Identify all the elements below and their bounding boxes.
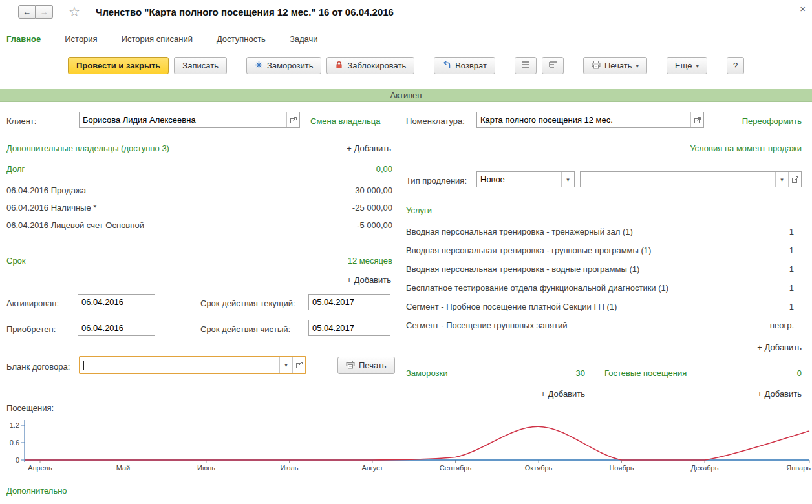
debt-row-name: 06.04.2016 Продажа <box>6 185 86 195</box>
visits-chart-title: Посещения: <box>6 403 54 413</box>
client-label: Клиент: <box>6 116 36 126</box>
block-button[interactable]: Заблокировать <box>326 57 414 74</box>
svg-text:Октябрь: Октябрь <box>525 464 553 472</box>
svg-text:Май: Май <box>116 464 131 472</box>
client-field[interactable] <box>79 112 300 128</box>
service-row-name: Вводная персональная тренировка - группо… <box>406 246 651 255</box>
renewal-dropdown-icon[interactable]: ▾ <box>561 172 574 187</box>
renewal-type-input[interactable] <box>477 172 561 187</box>
tree-icon <box>548 61 557 70</box>
debt-title[interactable]: Долг <box>6 164 25 174</box>
service-row-name: Сегмент - Пробное посещение платной Секц… <box>406 302 617 311</box>
block-button-label: Заблокировать <box>347 61 406 70</box>
renewal-type-combo[interactable]: ▾ <box>476 171 575 187</box>
valid-current-field[interactable] <box>308 294 390 310</box>
debt-row: 06.04.2016 Лицевой счет Основной-5 000,0… <box>6 216 392 234</box>
more-button-label: Еще <box>675 61 692 70</box>
refund-button-label: Возврат <box>455 61 487 70</box>
debt-row-value: -25 000,00 <box>352 203 392 213</box>
refund-button[interactable]: Возврат <box>434 57 495 74</box>
visits-chart: 00.61.2АпрельМайИюньИюльАвгустСентябрьОк… <box>0 414 812 478</box>
save-button[interactable]: Записать <box>174 57 227 74</box>
valid-net-label: Срок действия чистый: <box>200 324 290 334</box>
svg-text:Январь: Январь <box>786 464 811 472</box>
activated-label: Активирован: <box>6 299 59 308</box>
purchased-input[interactable] <box>78 320 155 335</box>
add-term-link[interactable]: + Добавить <box>347 275 391 285</box>
svg-text:0.6: 0.6 <box>10 439 19 446</box>
service-row-name: Сегмент - Посещение групповых занятий <box>406 320 567 330</box>
contract-print-label: Печать <box>359 361 387 370</box>
post-and-close-button[interactable]: Провести и закрыть <box>68 57 169 74</box>
renewal-extra-open-icon[interactable] <box>788 172 801 187</box>
list-view-button[interactable] <box>515 57 537 74</box>
contract-form-combo[interactable]: ▾ <box>79 356 306 374</box>
tab-main[interactable]: Главное <box>6 34 41 44</box>
svg-text:0: 0 <box>16 456 19 464</box>
guest-visits-title[interactable]: Гостевые посещения <box>604 368 687 378</box>
more-button[interactable]: Еще ▾ <box>667 57 707 74</box>
contract-open-icon[interactable] <box>292 357 305 373</box>
page-title: Членство "Карта полного посещения 12 мес… <box>96 6 394 17</box>
svg-text:Август: Август <box>361 464 383 472</box>
activated-field[interactable] <box>78 294 155 310</box>
activated-input[interactable] <box>78 295 155 310</box>
print-menu-button[interactable]: Печать ▾ <box>583 57 647 74</box>
sale-conditions-link[interactable]: Условия на момент продажи <box>690 143 802 153</box>
client-input[interactable] <box>80 112 286 127</box>
status-text: Активен <box>390 90 422 100</box>
debt-row-name: 06.04.2016 Лицевой счет Основной <box>6 220 144 230</box>
freezes-title[interactable]: Заморозки <box>406 368 447 378</box>
tree-view-button[interactable] <box>542 57 564 74</box>
forward-button[interactable]: → <box>36 5 53 19</box>
service-row-name: Бесплатное тестирование отдела функциона… <box>406 283 668 293</box>
close-icon[interactable]: × <box>800 3 806 14</box>
tab-availability[interactable]: Доступность <box>217 34 266 44</box>
service-row: Сегмент - Посещение групповых занятийнео… <box>406 316 794 335</box>
additional-owners-title[interactable]: Дополнительные владельцы (доступно 3) <box>6 143 169 153</box>
valid-current-input[interactable] <box>309 295 390 310</box>
add-service-link[interactable]: + Добавить <box>757 342 802 352</box>
services-title[interactable]: Услуги <box>406 205 432 215</box>
freeze-button[interactable]: Заморозить <box>246 57 322 74</box>
favorite-star-icon[interactable]: ☆ <box>69 4 80 19</box>
debt-row: 06.04.2016 Наличные *-25 000,00 <box>6 199 392 216</box>
tab-writeoff-history[interactable]: История списаний <box>122 34 193 44</box>
tab-history[interactable]: История <box>65 34 97 44</box>
service-rows: Вводная персональная тренировка - тренаж… <box>406 222 794 335</box>
term-title[interactable]: Срок <box>6 256 26 266</box>
nomenclature-input[interactable] <box>477 112 690 127</box>
client-open-icon[interactable] <box>286 112 299 127</box>
renewal-extra-dropdown-icon[interactable]: ▾ <box>775 172 788 187</box>
svg-text:Декабрь: Декабрь <box>691 464 719 472</box>
renewal-extra-combo[interactable]: ▾ <box>580 171 802 187</box>
svg-text:Июль: Июль <box>280 464 298 472</box>
service-row: Сегмент - Пробное посещение платной Секц… <box>406 297 794 316</box>
nomenclature-field[interactable] <box>476 112 704 128</box>
nomenclature-label: Номенклатура: <box>406 116 465 126</box>
valid-net-field[interactable] <box>308 320 390 336</box>
nomenclature-open-icon[interactable] <box>690 112 703 127</box>
tab-tasks[interactable]: Задачи <box>290 34 318 44</box>
print-menu-label: Печать <box>604 61 632 70</box>
renewal-extra-input[interactable] <box>581 172 775 187</box>
purchased-label: Приобретен: <box>6 324 56 334</box>
valid-net-input[interactable] <box>309 320 390 335</box>
additional-section-title[interactable]: Дополнительно <box>6 486 67 496</box>
change-owner-link[interactable]: Смена владельца <box>310 116 380 126</box>
back-button[interactable]: ← <box>18 5 36 19</box>
term-value: 12 месяцев <box>348 256 392 266</box>
contract-print-button[interactable]: Печать <box>337 357 395 374</box>
purchased-field[interactable] <box>78 320 155 336</box>
add-owner-link[interactable]: + Добавить <box>347 143 391 153</box>
add-freeze-link[interactable]: + Добавить <box>540 389 585 399</box>
contract-dropdown-icon[interactable]: ▾ <box>279 357 292 373</box>
reissue-link[interactable]: Переоформить <box>742 116 802 126</box>
contract-form-input[interactable] <box>84 357 279 373</box>
section-tabs: Главное История История списаний Доступн… <box>6 34 318 44</box>
help-button[interactable]: ? <box>727 57 744 74</box>
service-row-value: 1 <box>789 283 794 293</box>
nav-history-buttons: ← → <box>18 5 53 19</box>
add-guest-visit-link[interactable]: + Добавить <box>757 389 802 399</box>
svg-text:Апрель: Апрель <box>28 464 52 472</box>
